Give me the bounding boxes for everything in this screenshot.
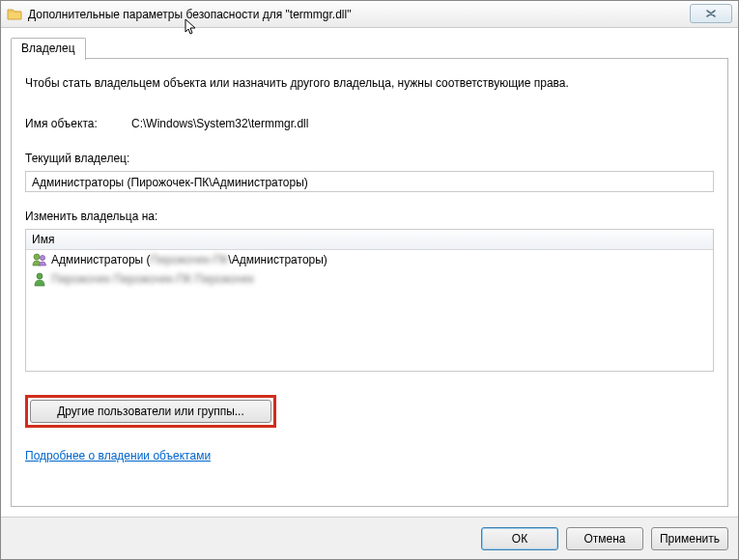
other-users-button[interactable]: Другие пользователи или группы... bbox=[30, 400, 271, 423]
owner-list[interactable]: Имя Администраторы (Пирожоче bbox=[25, 229, 714, 372]
apply-button[interactable]: Применить bbox=[651, 527, 728, 550]
current-owner-box: Администраторы (Пирожочек-ПК\Администрат… bbox=[25, 171, 714, 192]
cancel-button[interactable]: Отмена bbox=[566, 527, 643, 550]
list-item-label: Администраторы (Пирожочек-ПК\Администрат… bbox=[51, 253, 327, 266]
svg-point-2 bbox=[37, 273, 43, 279]
other-users-highlight: Другие пользователи или группы... bbox=[25, 395, 276, 428]
description-text: Чтобы стать владельцем объекта или назна… bbox=[25, 76, 714, 90]
titlebar: Дополнительные параметры безопасности дл… bbox=[1, 1, 738, 28]
list-item[interactable]: Пирожочек Пирожочек-ПК Пирожочек bbox=[26, 269, 713, 289]
list-item-label: Пирожочек Пирожочек-ПК Пирожочек bbox=[51, 272, 254, 286]
dialog-footer: ОК Отмена Применить bbox=[1, 517, 738, 559]
object-name-label: Имя объекта: bbox=[25, 117, 131, 130]
window-title: Дополнительные параметры безопасности дл… bbox=[28, 8, 351, 21]
object-name-row: Имя объекта: C:\Windows\System32\termmgr… bbox=[25, 117, 714, 130]
client-area: Владелец Чтобы стать владельцем объекта … bbox=[1, 28, 738, 517]
tab-owner[interactable]: Владелец bbox=[11, 38, 86, 60]
learn-more-link[interactable]: Подробнее о владении объектами bbox=[25, 449, 211, 462]
change-owner-label: Изменить владельца на: bbox=[25, 210, 714, 223]
close-icon bbox=[705, 9, 717, 18]
object-name-value: C:\Windows\System32\termmgr.dll bbox=[131, 117, 714, 130]
users-group-icon bbox=[32, 252, 47, 267]
list-column-header[interactable]: Имя bbox=[26, 230, 713, 250]
svg-point-1 bbox=[40, 255, 44, 260]
ok-button[interactable]: ОК bbox=[481, 527, 558, 550]
user-icon bbox=[32, 271, 47, 287]
list-body: Администраторы (Пирожочек-ПК\Администрат… bbox=[26, 250, 713, 371]
folder-icon bbox=[7, 7, 22, 22]
tab-content: Чтобы стать владельцем объекта или назна… bbox=[11, 58, 728, 507]
window: Дополнительные параметры безопасности дл… bbox=[0, 0, 739, 560]
close-button[interactable] bbox=[690, 4, 732, 23]
list-item[interactable]: Администраторы (Пирожочек-ПК\Администрат… bbox=[26, 250, 713, 269]
tab-strip: Владелец bbox=[11, 38, 728, 59]
current-owner-label: Текущий владелец: bbox=[25, 152, 714, 165]
svg-point-0 bbox=[34, 254, 40, 260]
